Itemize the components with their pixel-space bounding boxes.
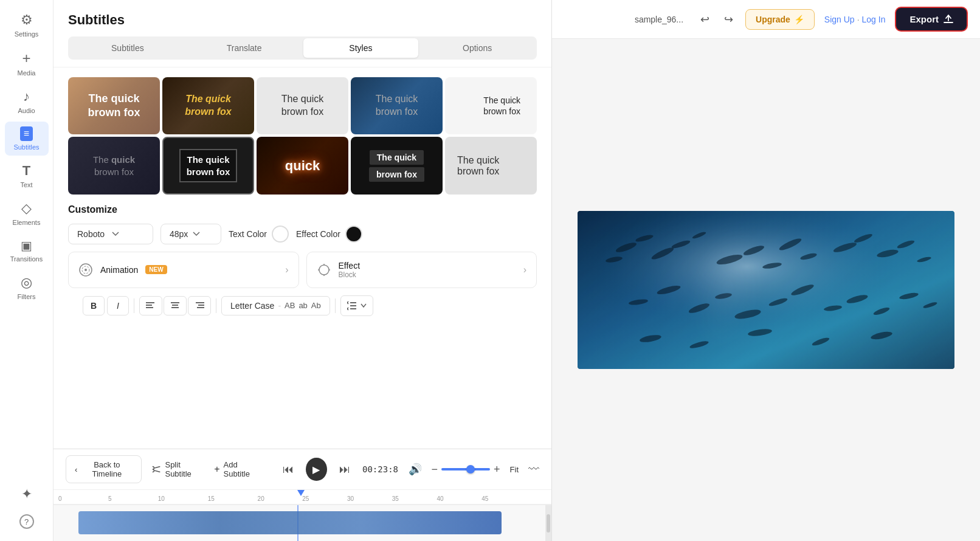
add-label: Add Subtitle	[224, 460, 261, 478]
signup-link[interactable]: Sign Up	[824, 15, 855, 24]
sidebar-item-transitions[interactable]: ▣ Transitions	[5, 233, 49, 267]
style-card-9[interactable]: The quick brown fox	[351, 137, 443, 194]
align-left-button[interactable]	[139, 296, 162, 315]
style-card-3[interactable]: The quickbrown fox	[257, 77, 348, 134]
effect-color-picker[interactable]	[345, 226, 362, 243]
zoom-in-button[interactable]: +	[494, 463, 500, 476]
sidebar-item-elements[interactable]: ◇ Elements	[5, 196, 49, 231]
sidebar: ⚙ Settings + Media ♪ Audio ≡ Subtitles T…	[0, 0, 53, 541]
next-button[interactable]: ⏭	[337, 461, 353, 478]
style-card-1[interactable]: The quickbrown fox	[68, 77, 160, 134]
export-button[interactable]: Export	[895, 7, 968, 32]
style-card-10[interactable]: The quickbrown fox	[445, 137, 537, 194]
auth-separator: ·	[857, 15, 860, 24]
bottom-bar: ‹ Back to Timeline Split Subtitle + Add …	[53, 449, 551, 541]
back-chevron-icon: ‹	[75, 465, 77, 474]
size-select[interactable]: 48px	[160, 224, 221, 244]
redo-button[interactable]: ↪	[722, 10, 736, 29]
waveform-icon[interactable]: 〰	[528, 463, 539, 476]
play-button[interactable]: ▶	[306, 458, 326, 481]
sidebar-item-audio[interactable]: ♪ Audio	[5, 84, 49, 119]
auth-links: Sign Up · Log In	[824, 15, 886, 24]
lightning-icon: ⚡	[794, 15, 804, 24]
style-card-5[interactable]: The quickbrown fox	[445, 77, 537, 134]
lc-upper: AB	[285, 301, 295, 310]
bold-button[interactable]: B	[83, 296, 105, 315]
sidebar-item-subtitles[interactable]: ≡ Subtitles	[5, 122, 49, 156]
prev-button[interactable]: ⏮	[280, 461, 296, 478]
sidebar-label-filters: Filters	[18, 293, 36, 300]
undo-button[interactable]: ↩	[698, 10, 712, 29]
ruler-mark-5: 5	[108, 495, 112, 502]
sidebar-item-media[interactable]: + Media	[5, 45, 49, 81]
align-right-button[interactable]	[188, 296, 211, 315]
login-link[interactable]: Log In	[862, 15, 886, 24]
font-select[interactable]: Roboto	[68, 224, 153, 244]
zoom-controls: − +	[432, 463, 500, 476]
playback-controls: ‹ Back to Timeline Split Subtitle + Add …	[53, 449, 551, 490]
zoom-slider-thumb[interactable]	[466, 465, 475, 474]
animation-card[interactable]: Animation NEW ›	[68, 252, 299, 288]
panel-header: Subtitles Subtitles Translate Styles Opt…	[53, 0, 551, 67]
sidebar-item-filters[interactable]: ◎ Filters	[5, 270, 49, 305]
letter-case-button[interactable]: Letter Case - AB ab Ab	[221, 296, 330, 315]
tab-translate[interactable]: Translate	[187, 38, 302, 58]
upgrade-button[interactable]: Upgrade ⚡	[745, 9, 815, 30]
lc-title: Ab	[311, 301, 321, 310]
lc-lower: ab	[298, 301, 307, 310]
sidebar-item-help[interactable]: ?	[5, 509, 49, 534]
style-card-2[interactable]: The quickbrown fox	[162, 77, 254, 134]
effect-card[interactable]: Effect Block ›	[306, 252, 537, 288]
zoom-slider-track[interactable]	[441, 468, 490, 470]
tab-subtitles[interactable]: Subtitles	[70, 38, 185, 58]
effect-label: Effect	[339, 261, 361, 270]
font-label: Roboto	[77, 229, 105, 239]
effect-icon	[317, 263, 331, 277]
line-spacing-button[interactable]	[340, 295, 373, 316]
animation-label: Animation	[100, 265, 138, 275]
align-center-button[interactable]	[164, 296, 187, 315]
animation-icon	[78, 263, 93, 277]
animation-chevron-icon: ›	[285, 264, 288, 275]
option-row: Animation NEW › Effect Block	[68, 252, 537, 288]
format-divider-3	[335, 298, 336, 313]
sidebar-item-text[interactable]: T Text	[5, 158, 49, 193]
style-card-7[interactable]: The quickbrown fox	[162, 137, 254, 194]
text-color-picker[interactable]	[272, 226, 289, 243]
tabs-row: Subtitles Translate Styles Options	[68, 36, 537, 60]
sidebar-item-magic[interactable]: ✦	[5, 481, 49, 507]
style-card-6[interactable]: The quickbrown fox	[68, 137, 160, 194]
style-card-4[interactable]: The quickbrown fox	[351, 77, 443, 134]
help-icon: ?	[19, 514, 34, 529]
style-card-8[interactable]: quick	[257, 137, 348, 194]
subtitles-icon: ≡	[20, 126, 33, 141]
sidebar-label-elements: Elements	[13, 219, 41, 226]
chevron-down-icon	[112, 232, 119, 236]
timeline-track-bar[interactable]	[78, 511, 502, 534]
ruler-mark-15: 15	[208, 495, 215, 502]
tab-options[interactable]: Options	[419, 38, 535, 58]
ruler-mark-10: 10	[158, 495, 165, 502]
back-to-timeline-button[interactable]: ‹ Back to Timeline	[66, 455, 142, 483]
style-card-3-text: The quickbrown fox	[281, 93, 323, 119]
sidebar-item-settings[interactable]: ⚙ Settings	[5, 7, 49, 43]
fit-label[interactable]: Fit	[510, 465, 519, 474]
add-subtitle-button[interactable]: + Add Subtitle	[214, 460, 261, 478]
add-icon: +	[214, 464, 219, 475]
align-group	[139, 296, 211, 315]
media-icon: +	[22, 50, 30, 67]
ruler-mark-45: 45	[481, 495, 488, 502]
tab-styles[interactable]: Styles	[303, 38, 419, 58]
italic-button[interactable]: I	[107, 296, 129, 315]
style-card-2-text: The quickbrown fox	[185, 93, 231, 119]
ruler-mark-0: 0	[58, 495, 62, 502]
zoom-out-button[interactable]: −	[432, 463, 438, 476]
timeline-scrollbar[interactable]	[545, 505, 551, 541]
svg-rect-21	[578, 211, 954, 369]
split-subtitle-button[interactable]: Split Subtitle	[151, 460, 204, 478]
svg-point-3	[319, 265, 329, 275]
letter-variants: AB ab Ab	[285, 301, 321, 310]
volume-icon[interactable]: 🔊	[409, 463, 422, 476]
export-label: Export	[909, 14, 939, 24]
audio-icon: ♪	[23, 89, 30, 105]
